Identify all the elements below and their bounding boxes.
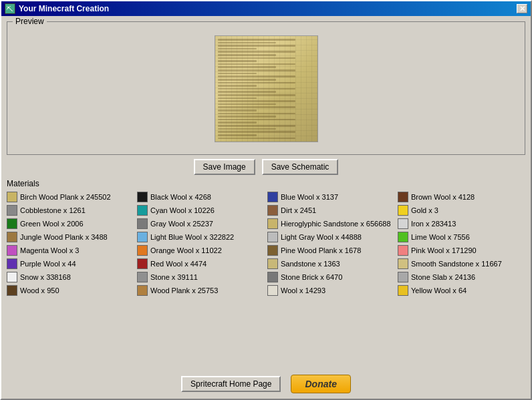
material-name: Pine Wood Plank x 1678 [281, 246, 361, 254]
material-name: Snow x 338168 [20, 273, 71, 281]
material-item: Birch Wood Plank x 245502 [7, 191, 134, 203]
mc-decoration-11 [218, 69, 295, 71]
material-item: Hieroglyphic Sandstone x 656688 [267, 218, 395, 230]
material-item: Cobblestone x 1261 [7, 204, 134, 216]
mc-decoration-4 [218, 48, 257, 50]
mc-decoration-12 [218, 73, 257, 75]
save-schematic-button[interactable]: Save Schematic [262, 159, 339, 175]
preview-image-content [215, 36, 317, 142]
material-swatch [7, 192, 17, 202]
material-item: Wood x 950 [7, 284, 134, 296]
content-area: Preview [1, 16, 531, 371]
material-item: Gold x 3 [398, 204, 525, 216]
material-name: Magenta Wool x 3 [20, 246, 79, 254]
material-item: Orange Wool x 11022 [137, 244, 265, 256]
mc-decoration-27 [218, 119, 295, 121]
material-item: Pine Wood Plank x 1678 [267, 244, 395, 256]
material-item: Magenta Wool x 3 [7, 244, 134, 256]
materials-label: Materials [7, 179, 525, 188]
material-name: Lime Wool x 7556 [411, 233, 470, 241]
mc-decoration-2 [218, 42, 276, 44]
material-item: Purple Wool x 44 [7, 258, 134, 270]
material-name: Wool x 14293 [281, 286, 325, 294]
material-item: Snow x 338168 [7, 271, 134, 283]
material-item: Stone Slab x 24136 [398, 271, 525, 283]
material-swatch [7, 245, 17, 256]
mc-decoration-22 [218, 104, 276, 106]
material-swatch [398, 205, 408, 216]
mc-decoration-16 [218, 85, 257, 87]
material-name: Brown Wool x 4128 [411, 193, 475, 201]
material-name: Gray Wool x 25237 [150, 220, 213, 228]
material-name: Jungle Wood Plank x 3488 [20, 233, 108, 241]
material-swatch [267, 205, 278, 216]
main-window: ⛏ Your Minecraft Creation ✕ Preview [0, 0, 532, 400]
material-swatch [398, 285, 408, 296]
mc-decoration-24 [218, 110, 257, 112]
title-bar: ⛏ Your Minecraft Creation ✕ [1, 1, 531, 16]
material-name: Iron x 283413 [411, 220, 456, 228]
material-item: Red Wool x 4474 [137, 258, 265, 270]
donate-button[interactable]: Donate [291, 375, 350, 393]
material-name: Cyan Wool x 10226 [150, 206, 215, 214]
material-name: Light Gray Wool x 44888 [281, 233, 362, 241]
mc-decoration-15 [218, 82, 295, 84]
material-item: Green Wool x 2006 [7, 218, 134, 230]
material-swatch [7, 258, 17, 269]
material-swatch [398, 218, 408, 229]
material-swatch [7, 272, 17, 282]
save-image-button[interactable]: Save Image [194, 159, 255, 175]
material-name: Stone Slab x 24136 [411, 273, 475, 281]
material-name: Wood x 950 [20, 286, 59, 294]
material-name: Black Wool x 4268 [150, 193, 211, 201]
mc-decoration-17 [218, 88, 295, 90]
material-swatch [7, 232, 17, 242]
preview-label: Preview [13, 17, 47, 26]
material-swatch [398, 272, 408, 282]
material-name: Sandstone x 1363 [281, 260, 340, 268]
home-page-button[interactable]: Spritecraft Home Page [181, 376, 281, 392]
material-swatch [7, 218, 17, 229]
mc-decoration-18 [218, 91, 276, 93]
materials-section: Materials Birch Wood Plank x 245502Black… [7, 179, 525, 365]
material-item: Blue Wool x 3137 [267, 191, 395, 203]
material-item: Black Wool x 4268 [137, 191, 265, 203]
material-swatch [7, 205, 17, 216]
material-swatch [267, 218, 278, 229]
mc-decoration-6 [218, 54, 276, 56]
material-item: Cyan Wool x 10226 [137, 204, 265, 216]
material-swatch [137, 205, 148, 216]
mc-decoration-19 [218, 94, 295, 96]
material-item: Iron x 283413 [398, 218, 525, 230]
mc-decoration-29 [218, 125, 295, 127]
mc-decoration-7 [218, 57, 295, 59]
mc-decoration-20 [218, 97, 257, 99]
mc-decoration-30 [218, 128, 276, 130]
material-item: Dirt x 2451 [267, 204, 395, 216]
material-swatch [267, 258, 278, 269]
mc-decoration-13 [218, 75, 295, 77]
close-button[interactable]: ✕ [517, 4, 527, 13]
material-swatch [137, 232, 148, 242]
mc-decoration-26 [218, 116, 276, 118]
material-swatch [398, 232, 408, 242]
material-name: Stone x 39111 [150, 273, 198, 281]
material-item: Lime Wool x 7556 [398, 231, 525, 243]
material-swatch [137, 245, 148, 256]
material-swatch [398, 245, 408, 256]
material-name: Orange Wool x 11022 [150, 246, 222, 254]
materials-grid: Birch Wood Plank x 245502Black Wool x 42… [7, 191, 525, 296]
material-swatch [137, 218, 148, 229]
material-swatch [137, 272, 148, 282]
material-item: Pink Wool x 171290 [398, 244, 525, 256]
material-name: Hieroglyphic Sandstone x 656688 [281, 220, 391, 228]
material-name: Pink Wool x 171290 [411, 246, 477, 254]
material-name: Smooth Sandstone x 11667 [411, 260, 502, 268]
material-swatch [137, 192, 148, 202]
mc-decoration-28 [218, 122, 257, 124]
material-name: Yellow Wool x 64 [411, 286, 467, 294]
window-icon: ⛏ [5, 3, 15, 14]
mc-decoration-31 [218, 131, 295, 133]
preview-image [215, 35, 318, 142]
material-name: Light Blue Wool x 322822 [150, 233, 234, 241]
